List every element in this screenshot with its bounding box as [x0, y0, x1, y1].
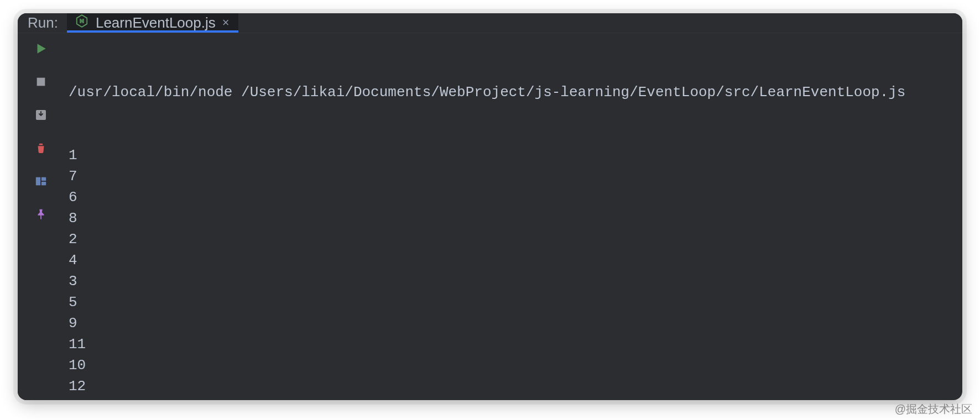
toolbar	[18, 33, 64, 400]
panel-body: /usr/local/bin/node /Users/likai/Documen…	[18, 33, 962, 400]
export-button[interactable]	[32, 106, 50, 124]
download-icon	[34, 108, 48, 122]
stdout-line: 3	[69, 271, 962, 292]
layout-icon	[34, 175, 48, 187]
stdout-line: 6	[69, 187, 962, 208]
stdout-line: 10	[69, 355, 962, 376]
command-line: /usr/local/bin/node /Users/likai/Documen…	[69, 82, 962, 103]
stdout-line: 4	[69, 250, 962, 271]
trash-icon	[35, 141, 47, 155]
play-icon	[34, 41, 48, 56]
svg-rect-3	[41, 177, 46, 180]
stdout: 176824359111012	[69, 145, 962, 397]
nodejs-icon	[75, 14, 89, 32]
stop-icon	[35, 76, 47, 88]
close-icon[interactable]: ×	[222, 17, 230, 29]
stdout-line: 7	[69, 166, 962, 187]
run-config-tab[interactable]: LearnEventLoop.js ×	[67, 13, 238, 33]
run-tool-window: Run: LearnEventLoop.js ×	[18, 13, 962, 400]
svg-rect-2	[36, 177, 40, 185]
layout-button[interactable]	[32, 172, 50, 190]
stdout-line: 5	[69, 292, 962, 313]
stdout-line: 2	[69, 229, 962, 250]
delete-button[interactable]	[32, 139, 50, 157]
stop-button[interactable]	[32, 73, 50, 91]
panel-label: Run:	[18, 13, 67, 33]
console-output[interactable]: /usr/local/bin/node /Users/likai/Documen…	[64, 33, 962, 400]
stdout-line: 8	[69, 208, 962, 229]
stdout-line: 11	[69, 334, 962, 355]
stdout-line: 1	[69, 145, 962, 166]
pin-icon	[35, 208, 47, 221]
pin-button[interactable]	[32, 206, 50, 223]
stdout-line: 12	[69, 376, 962, 397]
tool-window-header: Run: LearnEventLoop.js ×	[18, 13, 962, 33]
svg-rect-0	[37, 77, 45, 86]
watermark: @掘金技术社区	[895, 402, 972, 417]
svg-rect-4	[41, 181, 46, 185]
stdout-line: 9	[69, 313, 962, 334]
rerun-button[interactable]	[32, 40, 50, 57]
active-tab-indicator	[67, 30, 238, 33]
tab-title: LearnEventLoop.js	[96, 14, 216, 32]
